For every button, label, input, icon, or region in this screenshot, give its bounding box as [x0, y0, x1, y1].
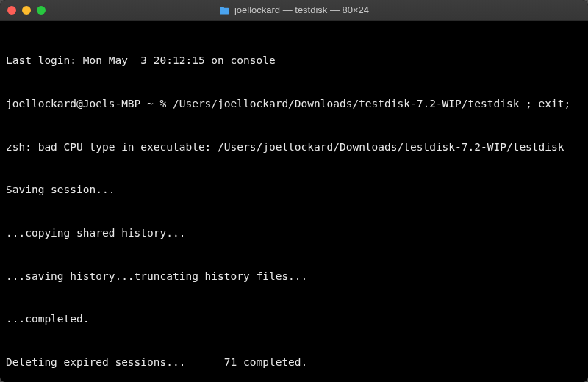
- terminal-line: Last login: Mon May 3 20:12:15 on consol…: [6, 54, 582, 68]
- terminal-line: Deleting expired sessions... 71 complete…: [6, 356, 582, 370]
- terminal-body[interactable]: Last login: Mon May 3 20:12:15 on consol…: [0, 21, 588, 382]
- terminal-window: joellockard — testdisk — 80×24 Last logi…: [0, 0, 588, 382]
- terminal-line: ...copying shared history...: [6, 226, 582, 241]
- traffic-lights: [7, 6, 46, 15]
- terminal-line: Saving session...: [6, 183, 582, 198]
- terminal-line: joellockard@Joels-MBP ~ % /Users/joelloc…: [6, 97, 582, 112]
- close-button[interactable]: [7, 6, 16, 15]
- maximize-button[interactable]: [37, 6, 46, 15]
- terminal-line: ...saving history...truncating history f…: [6, 270, 582, 284]
- terminal-line: ...completed.: [6, 312, 582, 327]
- minimize-button[interactable]: [22, 6, 31, 15]
- title-bar[interactable]: joellockard — testdisk — 80×24: [0, 0, 588, 21]
- window-title-wrap: joellockard — testdisk — 80×24: [7, 4, 581, 15]
- terminal-line: zsh: bad CPU type in executable: /Users/…: [6, 140, 582, 155]
- folder-icon: [219, 6, 230, 15]
- window-title: joellockard — testdisk — 80×24: [234, 4, 369, 15]
